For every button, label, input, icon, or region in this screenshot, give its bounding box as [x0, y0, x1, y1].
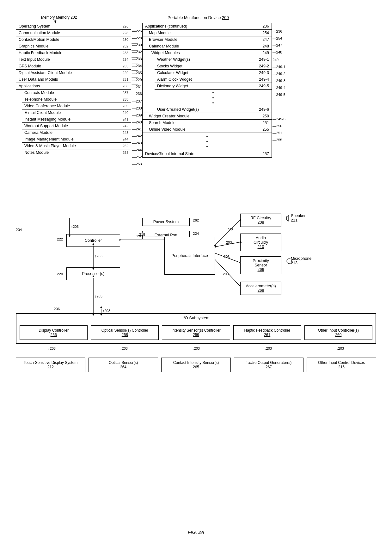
pmd-widget-dictionary: Dictionary Widget 249-5	[155, 83, 272, 90]
memory-row-os: Operating System 226	[16, 23, 131, 30]
sensor-touch-display: Touch-Sensitive Display System 212	[16, 358, 85, 372]
speaker-label: Speaker211	[291, 214, 306, 222]
svg-marker-0	[287, 215, 289, 221]
pmd-row-map: Map Module 254	[143, 30, 272, 36]
svg-line-25	[215, 253, 240, 263]
memory-row-contacts: Contacts Module 237	[22, 90, 131, 96]
sensor-other-input: Other Input Control Devices 216	[307, 358, 376, 372]
pmd-row-widgetcreator: Widget Creator Module 250	[143, 113, 272, 120]
memory-row-videoplayer: Video & Music Player Module 252	[22, 143, 131, 149]
io-ref-203-row: ↕203 ↕203 ↕203 ↕203 ↕203	[16, 346, 376, 350]
ref-222: 222	[57, 237, 63, 241]
pmd-widget-stocks: Stocks Widget 249-2	[155, 63, 272, 70]
pmd-widget-calculator: Calculator Widget 249-3	[155, 70, 272, 76]
svg-rect-1	[286, 217, 287, 220]
memory-row-userdata: User Data and Models 231	[16, 76, 131, 83]
memory-applications-header: Applications 236	[16, 83, 131, 90]
widget-sub-list: Weather Widget(s) 249-1 Stocks Widget 24…	[149, 56, 272, 113]
memory-row-im: Instant Messaging Module 241	[22, 116, 131, 123]
audio-circuitry-box: AudioCircuitry 210	[240, 234, 281, 251]
svg-text:↕203: ↕203	[95, 254, 102, 258]
svg-line-27	[215, 259, 240, 286]
memory-row-imagemanage: Image Management Module 244	[22, 136, 131, 143]
memory-label: Memory Memory 202	[41, 15, 77, 20]
svg-text:↕203: ↕203	[103, 309, 110, 313]
sensor-optical: Optical Sensor(s) 264	[89, 358, 158, 372]
memory-row-graphics: Graphics Module 232	[16, 43, 131, 50]
ref-206: 206	[54, 307, 60, 311]
widget-dots: •••	[155, 90, 272, 106]
processor-box: Processor(s)	[66, 267, 120, 280]
pmd-ref-list: —236 —254 —247 —248 249 —249-1 —249-2 —2…	[273, 28, 285, 143]
power-system-ref: 262	[193, 218, 199, 222]
svg-text:↕203: ↕203	[71, 225, 79, 228]
memory-row-haptic: Haptic Feedback Module 233	[16, 50, 131, 56]
io-controllers-row: Display Controller 256 Optical Sensor(s)…	[16, 322, 376, 343]
io-ctrl-haptic: Haptic Feedback Controller 261	[233, 325, 301, 340]
power-system-box: Power System	[142, 218, 190, 226]
svg-text:203: 203	[228, 228, 233, 232]
pmd-device-state: Device/Global Internal State 257	[143, 150, 272, 157]
memory-row-videoconf: Video Conference Module 239	[22, 103, 131, 109]
svg-marker-38	[100, 306, 102, 308]
pmd-label: Portable Multifunction Device 200	[168, 15, 229, 20]
io-ctrl-other: Other Input Controller(s) 260	[304, 325, 372, 340]
svg-text:203: 203	[223, 272, 229, 276]
memory-row-email: E-mail Client Module 240	[22, 109, 131, 116]
microphone-label: Microphone213	[291, 256, 311, 265]
memory-row-text: Text Input Module 234	[16, 56, 131, 63]
sensor-boxes-row: Touch-Sensitive Display System 212 Optic…	[16, 358, 376, 372]
io-ctrl-display: Display Controller 256	[20, 325, 88, 340]
pmd-row-search: Search Module 251	[143, 120, 272, 126]
memory-row-comm: Communication Module 228	[16, 30, 131, 36]
widget-modules-section: Widget Modules 249 Weather Widget(s) 249…	[143, 50, 272, 113]
ref-218: 218	[139, 233, 145, 236]
accelerometer-box: Accelerometer(s) 268	[240, 282, 281, 295]
pmd-widget-user-created: User-Created Widget(s) 249-6	[155, 106, 272, 113]
pmd-row-onlinevideo: Online Video Module 255	[143, 126, 272, 133]
ref-220: 220	[57, 272, 63, 276]
io-subsystem-title: I/O Subsystem	[16, 314, 376, 322]
controller-box: Controller	[66, 234, 120, 247]
memory-row-camera: Camera Module 243	[22, 129, 131, 136]
sensor-tactile: Tactile Output Generator(s) 267	[234, 358, 303, 372]
widget-modules-header: Widget Modules 249	[149, 50, 272, 56]
svg-text:203: 203	[226, 240, 232, 244]
peripherals-interface-box: Peripherals Interface	[164, 237, 215, 275]
pmd-row-browser: Browser Module 247	[143, 36, 272, 43]
io-ctrl-intensity: Intensity Sensor(s) Controller 259	[162, 325, 230, 340]
sensor-contact-intensity: Contact Intensity Sensor(s) 265	[161, 358, 231, 372]
svg-line-17	[215, 220, 240, 245]
memory-box: Operating System 226 Communication Modul…	[16, 23, 131, 156]
pmd-widget-alarm: Alarm Clock Widget 249-4	[155, 76, 272, 83]
pmd-widget-weather: Weather Widget(s) 249-1	[155, 56, 272, 63]
memory-row-notes: Notes Module 253	[22, 149, 131, 156]
pmd-app-continued: Applications (continued) 236	[143, 23, 272, 30]
svg-line-21	[215, 242, 240, 247]
ref-204: 204	[16, 228, 22, 232]
pmd-row-calendar: Calendar Module 248	[143, 43, 272, 50]
memory-row-telephone: Telephone Module 238	[22, 96, 131, 103]
svg-point-2	[287, 259, 292, 264]
pmd-box: Applications (continued) 236 Map Module …	[142, 23, 272, 158]
io-ctrl-optical: Optical Sensor(s) Controller 258	[91, 325, 159, 340]
io-subsystem: I/O Subsystem Display Controller 256 Opt…	[16, 313, 376, 344]
memory-row-workout: Workout Support Module 242	[22, 123, 131, 129]
microphone-icon	[286, 258, 292, 264]
speaker-icon	[286, 215, 291, 222]
fig-caption: FIG. 2A	[6, 529, 386, 535]
memory-row-digital: Digital Assistant Client Module 229	[16, 70, 131, 76]
applications-sublist: Contacts Module 237 Telephone Module 238…	[16, 90, 131, 156]
svg-text:203: 203	[224, 255, 230, 259]
memory-ref-list: —226 —228 —230 —232 —233 —234 —235 —229 …	[132, 28, 142, 167]
external-port-ref: 224	[193, 232, 199, 235]
svg-text:↕203: ↕203	[95, 294, 102, 298]
rf-circuitry-box: RF Circuitry 208	[240, 214, 281, 227]
pmd-dots2: •••	[143, 133, 272, 150]
memory-row-contact: Contact/Motion Module 230	[16, 36, 131, 43]
proximity-sensor-box: ProximitySensor 266	[240, 256, 281, 274]
memory-row-gps: GPS Module 235	[16, 63, 131, 70]
